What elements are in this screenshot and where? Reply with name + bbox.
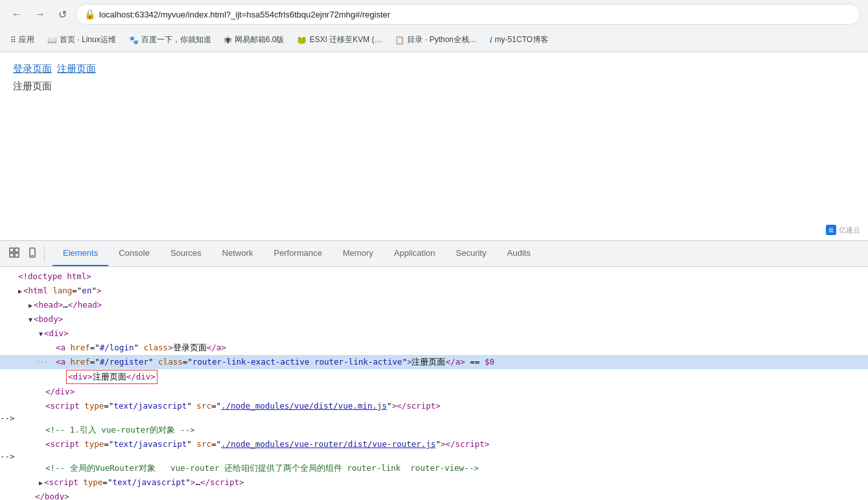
login-link[interactable]: 登录页面 [13, 63, 52, 75]
svg-rect-1 [15, 248, 19, 252]
page-links: 登录页面 注册页面 [13, 63, 855, 75]
arrow-div[interactable] [39, 327, 43, 340]
inspect-icon [9, 247, 19, 258]
tab-audits[interactable]: Audits [497, 241, 541, 266]
url-text: localhost:63342/myvue/index.html?_ijt=hs… [99, 10, 852, 19]
watermark-icon: 云 [826, 225, 836, 235]
code-line-div-close: </div> [0, 385, 868, 399]
code-line-script-router: <script type="text/javascript" src="./no… [0, 437, 868, 451]
bookmark-baidu[interactable]: 🐾 百度一下，你就知道 [126, 33, 214, 47]
tab-application[interactable]: Application [384, 241, 446, 266]
arrow-script[interactable] [39, 476, 43, 489]
tab-elements[interactable]: Elements [53, 241, 108, 266]
html-open: <html [23, 284, 53, 297]
tab-network[interactable]: Network [212, 241, 264, 266]
tab-memory[interactable]: Memory [333, 241, 384, 266]
code-line-script-main: <script type="text/javascript">…</script… [0, 475, 868, 490]
back-button[interactable]: ← [8, 6, 26, 23]
devtools-content[interactable]: <!doctype html> <html lang="en"> <head>…… [0, 267, 868, 500]
tab-security[interactable]: Security [445, 241, 497, 266]
bookmark-label: 百度一下，你就知道 [141, 34, 211, 45]
page-heading: 注册页面 [13, 80, 855, 93]
paw-icon: 🐾 [129, 36, 139, 45]
code-line-script-vue: <script type="text/javascript" src="./no… [0, 399, 868, 413]
svg-rect-3 [15, 253, 19, 257]
devtools-tabs: Elements Console Sources Network Perform… [53, 241, 541, 266]
code-line-body-open: <body> [0, 312, 868, 326]
devtools-mobile-button[interactable] [23, 245, 41, 262]
bookmark-label: ESXI 迁移至KVM (… [309, 34, 382, 45]
bookmark-label: 网易邮箱6.0版 [235, 34, 285, 45]
code-line-login-link: <a href="#/login" class>登录页面</a> [0, 341, 868, 355]
bookmark-label: my-51CTO博客 [495, 34, 548, 45]
highlighted-div: <div>注册页面</div> [66, 370, 158, 384]
bookmark-label: 应用 [19, 34, 34, 45]
doctype-tag: <!doctype html> [18, 270, 91, 283]
code-line-div-open: <div> [0, 326, 868, 341]
code-line-doctype: <!doctype html> [0, 269, 868, 284]
code-line-html: <html lang="en"> [0, 284, 868, 298]
forward-button[interactable]: → [31, 6, 49, 23]
watermark-text: 亿速云 [839, 225, 860, 235]
code-line-head: <head>…</head> [0, 298, 868, 312]
tab-sources[interactable]: Sources [160, 241, 212, 266]
bookmark-163mail[interactable]: 🕷 网易邮箱6.0版 [222, 33, 287, 47]
code-line-body-close: </body> [0, 490, 868, 500]
svg-rect-2 [10, 253, 14, 257]
bookmark-label: 目录 · Python全栈… [407, 34, 476, 45]
svg-rect-0 [10, 248, 14, 252]
bookmark-blog[interactable]: / my-51CTO博客 [487, 33, 551, 47]
bookmark-python[interactable]: 📋 目录 · Python全栈… [392, 33, 479, 47]
dots-indicator: ... [36, 356, 49, 366]
code-line-register-div: <div>注册页面</div> [0, 369, 868, 385]
book-icon: 📖 [47, 36, 57, 45]
arrow-body[interactable] [29, 313, 32, 326]
cloud-icon: / [490, 36, 492, 45]
frog-icon: 🐸 [297, 36, 307, 45]
code-line-comment2: <!-- 全局的VueRouter对象 vue-router 还给咱们提供了两个… [0, 461, 868, 475]
address-bar[interactable]: 🔒 localhost:63342/myvue/index.html?_ijt=… [76, 4, 860, 25]
code-line-register-link[interactable]: ... <a href="#/register" class="router-l… [0, 355, 868, 369]
devtools-inspect-button[interactable] [5, 245, 23, 262]
reload-button[interactable]: ↺ [54, 6, 71, 23]
devtools-toolbar: Elements Console Sources Network Perform… [0, 241, 868, 267]
code-line-comment1: <!-- 1.引入 vue-router的对象 --> [0, 423, 868, 437]
bookmark-esxi[interactable]: 🐸 ESXI 迁移至KVM (… [294, 33, 384, 47]
tab-performance[interactable]: Performance [263, 241, 332, 266]
attr-lang: lang [53, 284, 72, 297]
bookmark-apps[interactable]: ⠿ 应用 [8, 33, 37, 47]
bookmark-label: 首页 · Linux运维 [60, 34, 116, 45]
body-tag: <body> [34, 313, 63, 326]
bookmarks-bar: ⠿ 应用 📖 首页 · Linux运维 🐾 百度一下，你就知道 🕷 网易邮箱6.… [0, 28, 868, 52]
watermark: 云 亿速云 [826, 225, 860, 235]
tab-console[interactable]: Console [108, 241, 160, 266]
toolbar-separator [44, 246, 45, 262]
grid-icon: ⠿ [10, 36, 16, 45]
register-link[interactable]: 注册页面 [57, 63, 96, 75]
browser-chrome: ← → ↺ 🔒 localhost:63342/myvue/index.html… [0, 0, 868, 52]
arrow-head[interactable] [29, 299, 32, 312]
div-open-tag: <div> [44, 327, 69, 340]
bookmark-linux[interactable]: 📖 首页 · Linux运维 [45, 33, 119, 47]
book2-icon: 📋 [395, 36, 405, 45]
page-content: 登录页面 注册页面 注册页面 云 亿速云 [0, 52, 868, 240]
devtools: Elements Console Sources Network Perform… [0, 240, 868, 500]
mobile-icon [27, 247, 38, 258]
lock-icon: 🔒 [84, 9, 95, 19]
spider-icon: 🕷 [224, 36, 232, 45]
nav-bar: ← → ↺ 🔒 localhost:63342/myvue/index.html… [0, 0, 868, 28]
head-tag: <head> [34, 299, 63, 312]
arrow-html[interactable] [18, 284, 22, 297]
